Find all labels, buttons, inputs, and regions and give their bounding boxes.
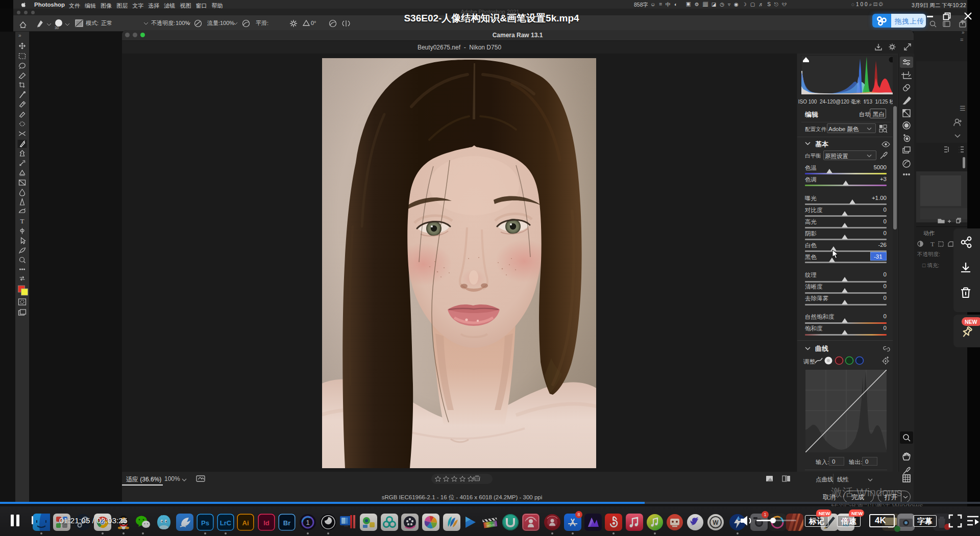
svg-text:平滑:: 平滑: bbox=[256, 20, 268, 26]
svg-text:流量:: 流量: bbox=[207, 20, 220, 26]
svg-text:正常: 正常 bbox=[101, 20, 112, 26]
svg-text:模式:: 模式: bbox=[86, 20, 99, 26]
svg-text:0°: 0° bbox=[311, 20, 316, 26]
svg-text:30: 30 bbox=[55, 26, 59, 30]
svg-text:100%: 100% bbox=[220, 20, 234, 26]
svg-text:T: T bbox=[20, 217, 24, 225]
svg-text:100%: 100% bbox=[176, 20, 190, 26]
svg-text:不透明度:: 不透明度: bbox=[151, 20, 175, 26]
svg-text:T: T bbox=[930, 240, 935, 248]
